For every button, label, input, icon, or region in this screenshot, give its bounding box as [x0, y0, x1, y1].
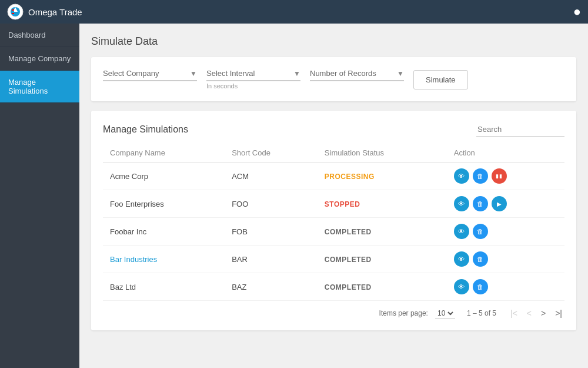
- delete-button[interactable]: 🗑: [473, 251, 488, 267]
- last-page-button[interactable]: >|: [553, 308, 564, 319]
- simulate-button[interactable]: Simulate: [413, 70, 468, 89]
- status-badge: COMPLETED: [325, 256, 372, 264]
- interval-select-label: Select Interval: [206, 69, 293, 78]
- cell-short-code: BAZ: [225, 273, 318, 301]
- col-action: Action: [447, 144, 564, 163]
- interval-select[interactable]: Select Interval ▼: [206, 69, 300, 81]
- company-name-link[interactable]: Bar Industries: [110, 255, 157, 264]
- view-button[interactable]: 👁: [454, 251, 469, 267]
- cell-action: 👁🗑: [447, 273, 564, 301]
- status-badge: STOPPED: [325, 200, 360, 208]
- cell-simulation-status: COMPLETED: [318, 273, 447, 301]
- view-button[interactable]: 👁: [454, 168, 469, 184]
- table-row: Bar IndustriesBARCOMPLETED👁🗑: [103, 246, 564, 273]
- cell-short-code: ACM: [225, 163, 318, 190]
- records-select-label: Number of Records: [310, 69, 397, 78]
- first-page-button[interactable]: |<: [508, 308, 520, 319]
- col-company-name: Company Name: [103, 144, 225, 163]
- sidebar: Dashboard Manage Company Manage Simulati…: [0, 24, 79, 368]
- company-select[interactable]: Select Company ▼: [103, 69, 197, 81]
- filter-row: Select Company ▼ Select Interval ▼ In se…: [103, 69, 564, 89]
- records-select[interactable]: Number of Records ▼: [310, 69, 404, 81]
- action-icons: 👁🗑: [454, 279, 557, 294]
- action-icons: 👁🗑▮▮: [454, 168, 557, 184]
- records-caret-icon: ▼: [397, 69, 404, 78]
- top-nav: Omega Trade ●: [0, 0, 588, 24]
- cell-short-code: FOO: [225, 190, 318, 218]
- brand-logo-icon: [7, 4, 24, 20]
- status-badge: COMPLETED: [325, 228, 372, 236]
- pagination-range: 1 – 5 of 5: [467, 309, 496, 317]
- action-icons: 👁🗑: [454, 251, 557, 267]
- pagination: Items per page: 10 25 50 1 – 5 of 5 |< <…: [103, 308, 564, 319]
- page-title: Simulate Data: [91, 35, 576, 48]
- company-filter-group: Select Company ▼: [103, 69, 197, 81]
- sidebar-item-manage-simulations[interactable]: Manage Simulations: [0, 71, 79, 103]
- delete-button[interactable]: 🗑: [473, 196, 488, 211]
- section-title: Manage Simulations: [103, 124, 188, 135]
- cell-company-name: Foo Enterprises: [103, 190, 225, 218]
- cell-action: 👁🗑: [447, 246, 564, 273]
- table-card: Manage Simulations Company Name Short Co…: [91, 111, 576, 330]
- action-icons: 👁🗑: [454, 224, 557, 239]
- cell-simulation-status: STOPPED: [318, 190, 447, 218]
- sidebar-item-dashboard[interactable]: Dashboard: [0, 24, 79, 47]
- col-short-code: Short Code: [225, 144, 318, 163]
- company-caret-icon: ▼: [190, 69, 197, 78]
- cell-short-code: BAR: [225, 246, 318, 273]
- view-button[interactable]: 👁: [454, 224, 469, 239]
- cell-action: 👁🗑▮▮: [447, 163, 564, 190]
- action-icons: 👁🗑▶: [454, 196, 557, 211]
- cell-company-name: Bar Industries: [103, 246, 225, 273]
- status-badge: PROCESSING: [325, 173, 375, 181]
- play-button[interactable]: ▶: [492, 196, 507, 211]
- cell-simulation-status: COMPLETED: [318, 218, 447, 246]
- sidebar-item-manage-company[interactable]: Manage Company: [0, 47, 79, 71]
- cell-action: 👁🗑: [447, 218, 564, 246]
- cell-company-name: Acme Corp: [103, 163, 225, 190]
- delete-button[interactable]: 🗑: [473, 279, 488, 294]
- table-row: Acme CorpACMPROCESSING👁🗑▮▮: [103, 163, 564, 190]
- cell-simulation-status: PROCESSING: [318, 163, 447, 190]
- user-icon[interactable]: ●: [573, 4, 581, 19]
- simulations-table: Company Name Short Code Simulation Statu…: [103, 144, 564, 301]
- cell-action: 👁🗑▶: [447, 190, 564, 218]
- company-select-label: Select Company: [103, 69, 190, 78]
- view-button[interactable]: 👁: [454, 196, 469, 211]
- table-row: Baz LtdBAZCOMPLETED👁🗑: [103, 273, 564, 301]
- svg-rect-4: [12, 11, 14, 12]
- table-row: Foo EnterprisesFOOSTOPPED👁🗑▶: [103, 190, 564, 218]
- col-simulation-status: Simulation Status: [318, 144, 447, 163]
- interval-filter-group: Select Interval ▼ In seconds: [206, 69, 300, 89]
- stop-button[interactable]: ▮▮: [492, 168, 507, 184]
- cell-simulation-status: COMPLETED: [318, 246, 447, 273]
- table-header: Company Name Short Code Simulation Statu…: [103, 144, 564, 163]
- records-filter-group: Number of Records ▼: [310, 69, 404, 81]
- svg-rect-3: [12, 9, 14, 11]
- view-button[interactable]: 👁: [454, 279, 469, 294]
- table-row: Foobar IncFOBCOMPLETED👁🗑: [103, 218, 564, 246]
- cell-company-name: Baz Ltd: [103, 273, 225, 301]
- cell-short-code: FOB: [225, 218, 318, 246]
- interval-hint: In seconds: [206, 82, 300, 89]
- table-body: Acme CorpACMPROCESSING👁🗑▮▮Foo Enterprise…: [103, 163, 564, 301]
- filter-card: Select Company ▼ Select Interval ▼ In se…: [91, 57, 576, 101]
- delete-button[interactable]: 🗑: [473, 168, 488, 184]
- next-page-button[interactable]: >: [539, 308, 548, 319]
- svg-rect-5: [12, 13, 14, 14]
- brand-name: Omega Trade: [28, 7, 82, 17]
- delete-button[interactable]: 🗑: [473, 224, 488, 239]
- items-per-page-label: Items per page:: [379, 309, 428, 317]
- interval-caret-icon: ▼: [293, 69, 300, 78]
- prev-page-button[interactable]: <: [524, 308, 534, 319]
- search-input[interactable]: [476, 122, 564, 137]
- status-badge: COMPLETED: [325, 283, 372, 291]
- main-content: Simulate Data Select Company ▼ Select In…: [79, 24, 588, 368]
- section-header: Manage Simulations: [103, 122, 564, 137]
- brand: Omega Trade: [7, 4, 82, 20]
- cell-company-name: Foobar Inc: [103, 218, 225, 246]
- items-per-page-select[interactable]: 10 25 50: [435, 309, 455, 319]
